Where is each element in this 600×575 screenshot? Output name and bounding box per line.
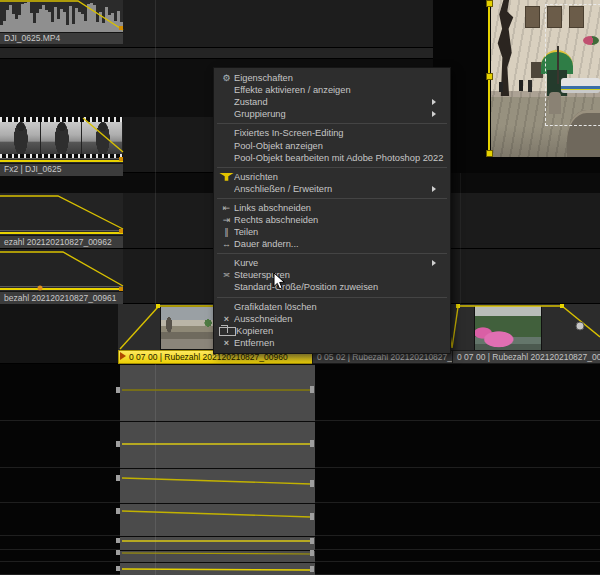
control-band[interactable]	[120, 550, 315, 562]
menu-item-label: Entfernen	[234, 338, 444, 348]
in-screen-selection-rect	[545, 4, 600, 126]
menu-item-label: Standard-Größe/Position zuweisen	[234, 282, 444, 292]
submenu-arrow-icon	[432, 186, 444, 192]
menu-item-grafikdaten-loeschen[interactable]: Grafikdaten löschen	[214, 301, 450, 313]
clip-photo-b[interactable]: bezahl 202120210827_00961	[0, 249, 123, 303]
menu-item-steuerspuren[interactable]: ≍Steuerspuren	[214, 269, 450, 281]
trim-right-icon: ⇥	[219, 215, 234, 225]
gear-icon: ⚙	[219, 73, 234, 83]
control-tracks-icon: ≍	[219, 270, 234, 280]
menu-separator	[217, 167, 447, 168]
control-band[interactable]	[120, 468, 315, 503]
menu-item-pool-objekt-bearbeiten[interactable]: Pool-Objekt bearbeiten mit Adobe Photosh…	[214, 152, 450, 164]
preview-photo[interactable]	[491, 0, 600, 157]
control-band[interactable]	[120, 364, 315, 421]
image-thumbnail-flowers	[474, 305, 542, 352]
program-preview	[489, 0, 600, 157]
menu-item-label: Eigenschaften	[234, 73, 444, 83]
menu-item-label: Ausrichten	[234, 172, 444, 182]
clip-label[interactable]: DJI_0625.MP4	[0, 32, 123, 44]
menu-item-ausrichten[interactable]: Ausrichten	[214, 171, 450, 183]
menu-item-label: Fixiertes In-Screen-Editing	[234, 128, 444, 138]
menu-item-label: Ausschneiden	[234, 314, 444, 324]
context-menu: ⚙EigenschaftenEffekte aktivieren / anzei…	[213, 67, 451, 354]
submenu-arrow-icon	[432, 99, 444, 105]
clip-label[interactable]: Fx2 | DJI_0625	[0, 163, 123, 176]
clip-audio[interactable]: DJI_0625.MP4	[0, 0, 123, 43]
menu-item-dauer-aendern[interactable]: ↔Dauer ändern...	[214, 238, 450, 250]
control-band[interactable]	[120, 421, 315, 468]
menu-item-rechts-abschneiden[interactable]: ⇥Rechts abschneiden	[214, 214, 450, 226]
menu-item-label: Links abschneiden	[234, 203, 444, 213]
trim-left-icon: ⇤	[219, 203, 234, 213]
menu-separator	[217, 253, 447, 254]
menu-item-label: Anschließen / Erweitern	[234, 184, 428, 194]
clip-label[interactable]: 0 07 00 | Rubezahl 202120210827_00961	[452, 350, 600, 364]
menu-item-label: Pool-Objekt anzeigen	[234, 141, 444, 151]
mouse-cursor	[273, 272, 287, 291]
control-band[interactable]	[120, 503, 315, 536]
cut-icon: ×	[219, 314, 234, 324]
menu-item-pool-objekt-anzeigen[interactable]: Pool-Objekt anzeigen	[214, 139, 450, 151]
filmstrip-frames	[0, 122, 123, 154]
menu-item-effekte-aktivieren[interactable]: Effekte aktivieren / anzeigen	[214, 84, 450, 96]
clip-photo-a[interactable]: ezahl 202120210827_00962	[0, 193, 123, 248]
statue-silhouette	[493, 0, 519, 96]
menu-item-links-abschneiden[interactable]: ⇤Links abschneiden	[214, 202, 450, 214]
submenu-arrow-icon	[432, 111, 444, 117]
align-icon	[219, 173, 234, 181]
menu-item-label: Gruppierung	[234, 109, 428, 119]
menu-separator	[217, 297, 447, 298]
menu-item-label: Teilen	[234, 227, 444, 237]
copy-icon	[219, 327, 236, 336]
pedestrian	[499, 82, 503, 92]
selection-handle[interactable]	[486, 0, 493, 7]
menu-item-standard-groesse-position[interactable]: Standard-Größe/Position zuweisen	[214, 281, 450, 293]
waveform-bar	[120, 22, 123, 32]
clip-label[interactable]: bezahl 202120210827_00961	[0, 291, 123, 304]
menu-item-kopieren[interactable]: Kopieren	[214, 325, 450, 337]
split-icon: ∥	[219, 227, 234, 237]
selection-handle[interactable]	[486, 150, 493, 157]
menu-item-label: Kurve	[234, 258, 428, 268]
menu-item-entfernen[interactable]: ×Entfernen	[214, 337, 450, 349]
pedestrian	[528, 80, 532, 92]
collapsed-track-strip	[0, 48, 433, 59]
pedestrian	[519, 80, 523, 91]
menu-item-label: Effekte aktivieren / anzeigen	[234, 85, 444, 95]
menu-item-label: Pool-Objekt bearbeiten mit Adobe Photosh…	[234, 153, 444, 163]
window	[525, 6, 540, 28]
menu-item-label: Kopieren	[236, 326, 444, 336]
menu-item-label: Grafikdaten löschen	[234, 302, 444, 312]
duration-icon: ↔	[219, 239, 234, 249]
clip-start-marker-icon	[120, 352, 126, 360]
control-band[interactable]	[120, 562, 315, 575]
menu-item-fixiertes-in-screen-editing[interactable]: Fixiertes In-Screen-Editing	[214, 127, 450, 139]
menu-item-eigenschaften[interactable]: ⚙Eigenschaften	[214, 72, 450, 84]
remove-icon: ×	[219, 338, 234, 348]
time-gridline	[155, 0, 156, 575]
menu-item-zustand[interactable]: Zustand	[214, 96, 450, 108]
video-editor-timeline: DJI_0625.MP4 Fx2 | DJI_0625 ezahl 202120…	[0, 0, 600, 575]
video-thumbnail	[82, 122, 122, 154]
video-thumbnail	[41, 122, 81, 154]
menu-item-gruppierung[interactable]: Gruppierung	[214, 108, 450, 120]
menu-item-anschliessen-erweitern[interactable]: Anschließen / Erweitern	[214, 183, 450, 195]
control-band[interactable]	[120, 536, 315, 550]
menu-item-kurve[interactable]: Kurve	[214, 257, 450, 269]
menu-item-label: Steuerspuren	[234, 270, 444, 280]
menu-separator	[217, 123, 447, 124]
audio-waveform[interactable]	[0, 0, 123, 32]
menu-separator	[217, 198, 447, 199]
menu-item-ausschneiden[interactable]: ×Ausschneiden	[214, 313, 450, 325]
menu-item-label: Zustand	[234, 97, 428, 107]
video-thumbnail	[0, 122, 40, 154]
menu-item-label: Dauer ändern...	[234, 239, 444, 249]
menu-item-label: Rechts abschneiden	[234, 215, 444, 225]
clip-video[interactable]: Fx2 | DJI_0625	[0, 117, 123, 172]
selection-handle[interactable]	[486, 73, 493, 80]
submenu-arrow-icon	[432, 260, 444, 266]
clip-label[interactable]: ezahl 202120210827_00962	[0, 235, 123, 248]
menu-item-teilen[interactable]: ∥Teilen	[214, 226, 450, 238]
